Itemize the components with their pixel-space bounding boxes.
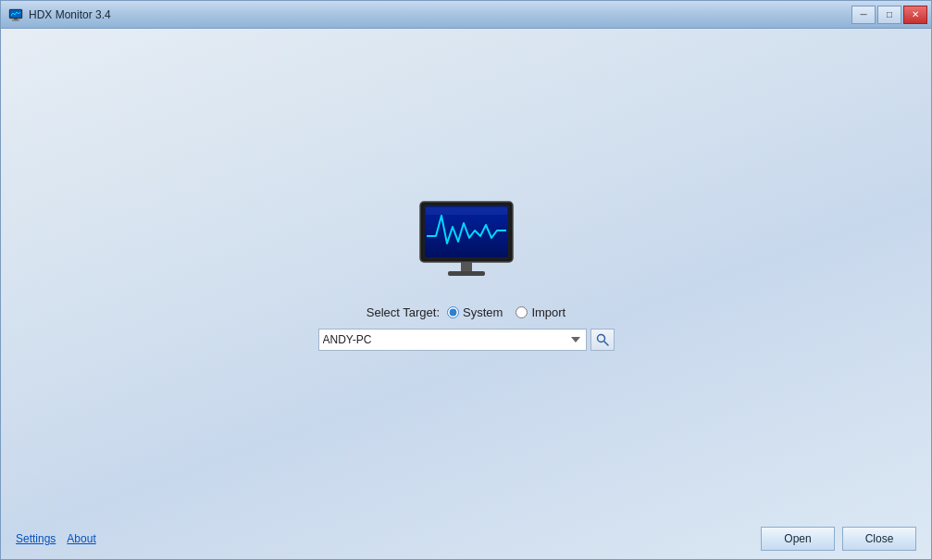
select-target-label: Select Target: xyxy=(367,305,440,319)
svg-rect-3 xyxy=(12,19,19,20)
bottom-links: Settings About xyxy=(16,532,96,545)
target-dropdown[interactable]: ANDY-PC xyxy=(318,329,587,351)
svg-rect-9 xyxy=(426,207,507,215)
svg-rect-7 xyxy=(461,262,472,271)
bottom-buttons: Open Close xyxy=(761,527,916,551)
svg-rect-8 xyxy=(448,271,485,276)
title-bar-buttons: ─ □ ✕ xyxy=(851,6,927,24)
close-button[interactable]: Close xyxy=(842,527,916,551)
bottom-bar: Settings About Open Close xyxy=(1,518,931,559)
svg-line-11 xyxy=(603,341,608,345)
search-button[interactable] xyxy=(590,329,615,351)
monitor-icon xyxy=(416,197,517,280)
settings-link[interactable]: Settings xyxy=(16,532,56,545)
import-radio-text: Import xyxy=(531,305,565,319)
target-row: Select Target: System Import xyxy=(367,305,565,319)
controls-area: Select Target: System Import ANDY-PC xyxy=(318,305,615,351)
minimize-button[interactable]: ─ xyxy=(851,6,876,24)
svg-rect-2 xyxy=(14,19,18,20)
main-window: HDX Monitor 3.4 ─ □ ✕ xyxy=(0,0,932,560)
about-link[interactable]: About xyxy=(67,532,95,545)
open-button[interactable]: Open xyxy=(761,527,835,551)
radio-group: System Import xyxy=(447,305,565,319)
import-radio-label[interactable]: Import xyxy=(516,305,565,319)
title-bar: HDX Monitor 3.4 ─ □ ✕ xyxy=(1,1,931,29)
dropdown-row: ANDY-PC xyxy=(318,329,615,351)
system-radio-text: System xyxy=(463,305,503,319)
search-icon xyxy=(596,333,609,346)
app-icon xyxy=(8,7,23,22)
restore-button[interactable]: □ xyxy=(877,6,901,24)
window-title: HDX Monitor 3.4 xyxy=(29,8,111,21)
title-bar-left: HDX Monitor 3.4 xyxy=(8,7,111,22)
window-close-button[interactable]: ✕ xyxy=(903,6,927,24)
system-radio[interactable] xyxy=(447,306,459,318)
system-radio-label[interactable]: System xyxy=(447,305,503,319)
monitor-icon-container xyxy=(416,197,517,283)
import-radio[interactable] xyxy=(516,306,528,318)
main-content: Select Target: System Import ANDY-PC xyxy=(1,29,931,518)
